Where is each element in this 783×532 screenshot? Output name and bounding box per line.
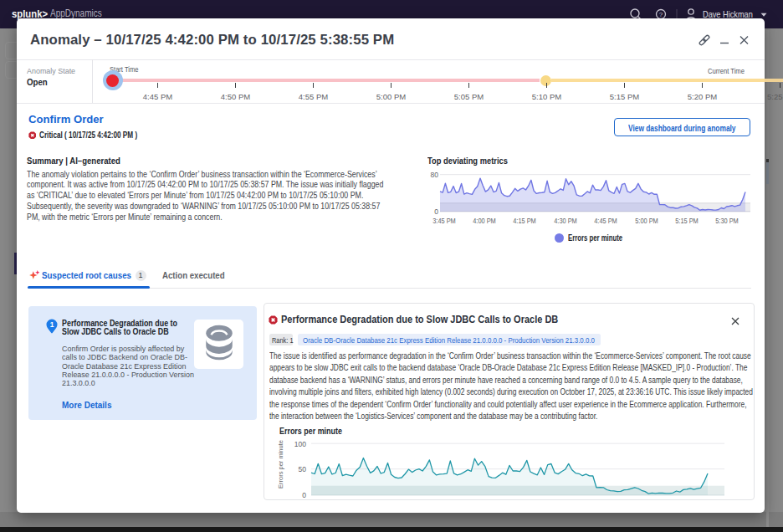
svg-text:100: 100 bbox=[294, 440, 306, 448]
svg-text:80: 80 bbox=[431, 171, 439, 179]
svg-text:0: 0 bbox=[302, 491, 306, 499]
svg-text:50: 50 bbox=[299, 465, 307, 473]
svg-text:1: 1 bbox=[49, 320, 54, 329]
svg-text:0: 0 bbox=[434, 207, 438, 216]
svg-text:?: ? bbox=[659, 11, 663, 18]
svg-text:Errors per minute: Errors per minute bbox=[277, 440, 284, 489]
